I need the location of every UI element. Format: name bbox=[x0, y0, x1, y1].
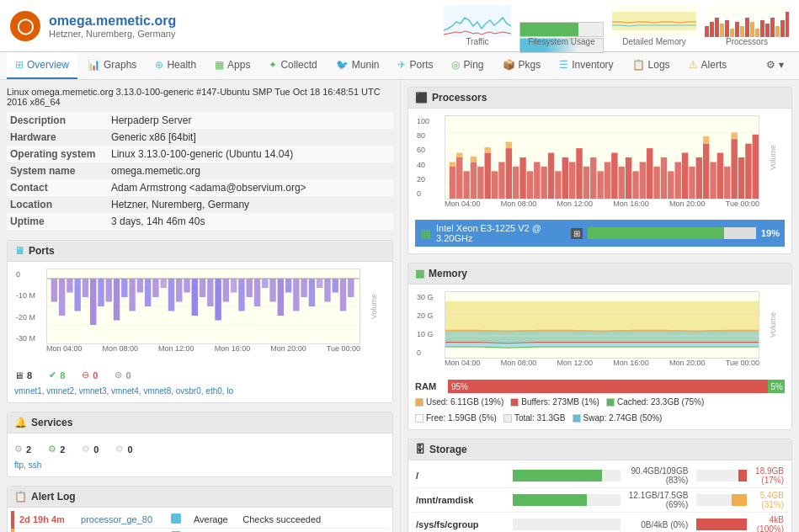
host-info: omega.memetic.org Hetzner, Nuremberg, Ge… bbox=[49, 13, 176, 39]
svg-rect-4 bbox=[705, 26, 709, 37]
legend-free-icon bbox=[415, 414, 423, 423]
inventory-icon: ☰ bbox=[559, 59, 568, 71]
info-label-uptime: Uptime bbox=[7, 213, 108, 230]
alert-check-0: processor_ge_80 bbox=[76, 511, 166, 529]
legend-buffers-icon bbox=[510, 398, 519, 407]
svg-rect-46 bbox=[207, 279, 213, 306]
svg-rect-90 bbox=[548, 153, 554, 199]
nav-munin[interactable]: 🐦 Munin bbox=[328, 52, 388, 79]
nav-apps[interactable]: ▦ Apps bbox=[206, 52, 258, 79]
svg-rect-74 bbox=[456, 153, 462, 157]
nav-alerts[interactable]: ⚠ Alerts bbox=[680, 52, 736, 79]
header-charts: Traffic Filesystem Usage Detailed Memory bbox=[444, 5, 789, 46]
storage-other-size-root: 18.9GB (17%) bbox=[751, 464, 788, 488]
alert-log-section: 📋 Alert Log 2d 19h 4m processor_ge_80 Av… bbox=[7, 486, 393, 532]
nav-overview[interactable]: ⊞ Overview bbox=[7, 52, 77, 79]
port-interfaces[interactable]: vmnet1, vmnet2, vmnet3, vmnet4, vmnet8, … bbox=[14, 386, 386, 396]
svg-rect-39 bbox=[152, 279, 158, 297]
nav-settings[interactable]: ⚙ ▾ bbox=[758, 52, 792, 79]
nav-graphs[interactable]: 📊 Graphs bbox=[79, 52, 145, 79]
legend-buffers-label: Buffers: 273MB (1%) bbox=[521, 397, 599, 407]
storage-bar-cgroup bbox=[513, 519, 621, 530]
legend-swap-icon bbox=[573, 414, 581, 423]
nav-logs[interactable]: 📋 Logs bbox=[624, 52, 679, 79]
svg-rect-9 bbox=[730, 29, 734, 37]
y-label-20m: -20 M bbox=[16, 313, 45, 322]
svg-rect-47 bbox=[215, 279, 221, 321]
cpu-expand-icon[interactable]: ⊞ bbox=[571, 228, 583, 239]
nav-ports[interactable]: ✈ Ports bbox=[389, 52, 441, 79]
svg-rect-105 bbox=[653, 167, 659, 199]
svg-rect-78 bbox=[477, 167, 483, 199]
ports-header-label: Ports bbox=[29, 245, 55, 257]
nav-ping[interactable]: ◎ Ping bbox=[443, 52, 492, 79]
service-stat-ok: ⚙ 2 bbox=[48, 444, 65, 455]
service-ok-val: 2 bbox=[60, 444, 65, 455]
ports-icon: ✈ bbox=[397, 59, 406, 71]
nav-collectd[interactable]: ✦ Collectd bbox=[260, 52, 325, 79]
processors-header-icon: ⬛ bbox=[415, 92, 428, 104]
filesystem-chart-mini: Filesystem Usage bbox=[519, 19, 604, 46]
alert-log-label: Alert Log bbox=[31, 491, 76, 503]
storage-sizes-ramdisk: 12.1GB/17.5GB (69%) bbox=[625, 488, 693, 513]
processors-header: ⬛ Processors bbox=[408, 88, 791, 109]
port-stat-ignored: ⊜ 0 bbox=[115, 370, 131, 380]
ports-right-axis: Volume bbox=[362, 269, 386, 344]
svg-rect-58 bbox=[301, 279, 306, 297]
port-stats-row: 🖥 8 ✔ 8 ⊖ 0 ⊜ 0 bbox=[14, 366, 386, 384]
ports-section: 🖥 Ports 0 -10 M -20 M -30 M bbox=[7, 240, 393, 403]
svg-rect-40 bbox=[160, 279, 166, 288]
services-link[interactable]: ftp, ssh bbox=[14, 460, 41, 470]
port-up-icon: ✔ bbox=[49, 370, 56, 380]
storage-path-ramdisk: /mnt/ramdisk bbox=[412, 488, 509, 513]
svg-rect-41 bbox=[168, 279, 174, 311]
nav-inventory-label: Inventory bbox=[572, 59, 613, 71]
alert-check-1: processor_ge_80 bbox=[76, 529, 166, 533]
svg-rect-75 bbox=[463, 171, 469, 199]
info-value-hardware: Generic x86 [64bit] bbox=[108, 129, 393, 146]
svg-rect-115 bbox=[717, 153, 723, 199]
processors-svg bbox=[705, 5, 789, 37]
storage-path-root: / bbox=[412, 464, 509, 488]
storage-sizes-cgroup: 0B/4kB (0%) bbox=[625, 513, 693, 533]
logo-icon: ◯ bbox=[10, 11, 40, 41]
ram-used-portion: 95% bbox=[448, 380, 768, 393]
alert-time-0: 2d 19h 4m bbox=[13, 511, 76, 529]
svg-rect-37 bbox=[137, 279, 143, 293]
service-names[interactable]: ftp, ssh bbox=[14, 460, 386, 470]
alert-status-0: Checks succeeded bbox=[237, 511, 389, 529]
svg-rect-119 bbox=[738, 157, 744, 199]
storage-section: 🗄 Storage / 90.4GB/109GB (83%) bbox=[407, 439, 792, 532]
storage-bar-root bbox=[513, 470, 621, 481]
graphs-icon: 📊 bbox=[88, 59, 100, 71]
ports-y-axis: 0 -10 M -20 M -30 M bbox=[14, 269, 46, 344]
memory-body: 30 G 20 G 10 G 0 bbox=[408, 285, 791, 429]
legend-free: Free: 1.59GB (5%) bbox=[415, 413, 497, 423]
alert-table: 2d 19h 4m processor_ge_80 Average Checks… bbox=[11, 511, 389, 532]
svg-rect-14 bbox=[755, 29, 759, 37]
svg-rect-104 bbox=[647, 148, 653, 199]
service-icon-1: ⚙ bbox=[14, 444, 23, 455]
nav-inventory[interactable]: ☰ Inventory bbox=[551, 52, 621, 79]
memory-header-label: Memory bbox=[429, 268, 467, 279]
collectd-icon: ✦ bbox=[269, 59, 277, 71]
service-stat-warn: ⚙ 0 bbox=[82, 444, 99, 455]
service-stats-row: ⚙ 2 ⚙ 2 ⚙ 0 ⚙ 0 bbox=[14, 440, 386, 458]
nav-pkgs[interactable]: 📦 Pkgs bbox=[494, 52, 550, 79]
svg-rect-116 bbox=[724, 167, 730, 199]
storage-bar-cell-cgroup bbox=[509, 513, 625, 533]
service-ok-icon: ⚙ bbox=[48, 444, 56, 455]
mem-y-axis: 30 G 20 G 10 G 0 bbox=[415, 291, 445, 359]
storage-header: 🗄 Storage bbox=[408, 439, 791, 460]
px-1: Mon 04:00 bbox=[46, 344, 83, 361]
legend-swap: Swap: 2.74GB (50%) bbox=[573, 413, 663, 423]
proc-x-axis: Mon 04:00 Mon 08:00 Mon 12:00 Mon 16:00 … bbox=[445, 200, 759, 216]
ports-volume-label: Volume bbox=[370, 294, 378, 319]
svg-rect-85 bbox=[513, 167, 519, 199]
nav-health[interactable]: ⊕ Health bbox=[146, 52, 205, 79]
services-body: ⚙ 2 ⚙ 2 ⚙ 0 ⚙ 0 bbox=[8, 434, 392, 476]
service-stat-ignore: ⚙ 0 bbox=[115, 444, 132, 455]
interfaces-link[interactable]: vmnet1, vmnet2, vmnet3, vmnet4, vmnet8, … bbox=[14, 386, 233, 396]
ports-chart-container: 0 -10 M -20 M -30 M bbox=[14, 269, 386, 361]
legend-total-label: Total: 31.3GB bbox=[514, 413, 566, 423]
